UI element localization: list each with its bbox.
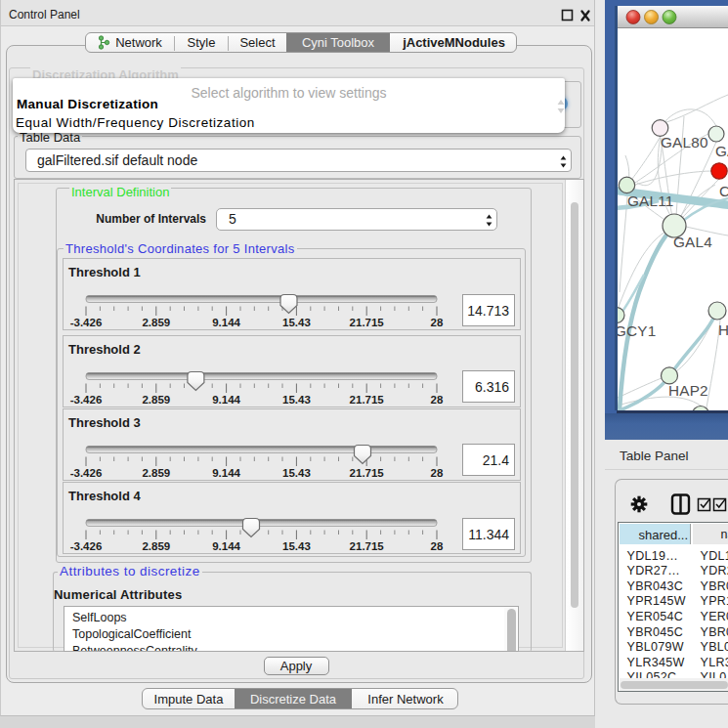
svg-text:15.43: 15.43 [282,317,311,328]
svg-text:28: 28 [431,394,444,406]
svg-text:-3.426: -3.426 [70,540,103,552]
svg-text:21.715: 21.715 [350,467,385,479]
svg-text:28: 28 [431,317,444,328]
svg-text:2.859: 2.859 [142,540,170,552]
svg-text:GAL4: GAL4 [673,234,712,250]
svg-text:21.715: 21.715 [350,540,385,552]
svg-text:-3.426: -3.426 [70,467,103,479]
svg-text:GAL80: GAL80 [661,134,708,150]
svg-text:HAP2: HAP2 [668,382,708,399]
svg-text:C: C [719,183,728,199]
svg-text:9.144: 9.144 [212,394,240,406]
svg-text:9.144: 9.144 [212,467,240,479]
svg-text:21.715: 21.715 [350,394,385,406]
svg-text:15.43: 15.43 [282,540,311,552]
svg-text:2.859: 2.859 [142,394,170,406]
svg-text:H: H [718,321,728,338]
svg-text:2.859: 2.859 [142,467,170,479]
svg-text:GAL11: GAL11 [627,193,674,209]
svg-text:28: 28 [431,467,444,479]
svg-text:15.43: 15.43 [282,467,311,479]
svg-text:15.43: 15.43 [282,394,311,406]
svg-text:GA: GA [715,143,728,159]
svg-text:-3.426: -3.426 [70,394,103,406]
svg-text:9.144: 9.144 [212,317,240,328]
svg-text:2.859: 2.859 [142,317,170,328]
svg-text:9.144: 9.144 [212,540,240,552]
svg-text:21.715: 21.715 [350,317,385,328]
svg-text:-3.426: -3.426 [70,317,103,328]
svg-text:GCY1: GCY1 [618,322,656,339]
svg-text:28: 28 [431,540,444,552]
